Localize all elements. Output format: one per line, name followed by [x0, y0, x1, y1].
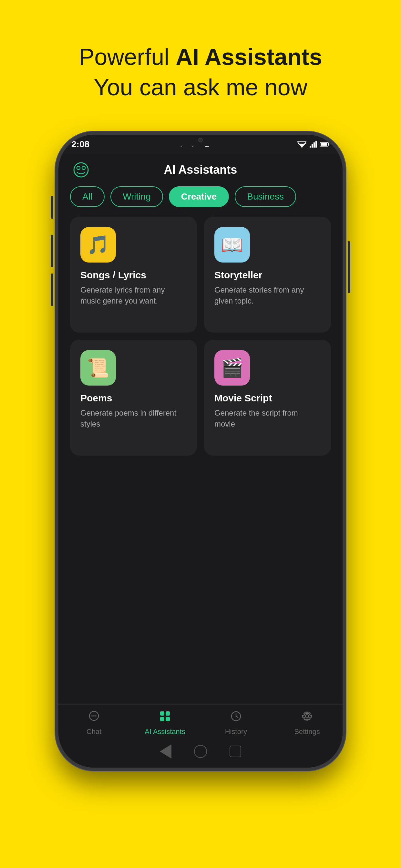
spacer — [58, 465, 343, 704]
logo-svg — [71, 160, 91, 180]
svg-point-3 — [301, 146, 303, 148]
svg-rect-21 — [160, 717, 164, 721]
settings-icon — [301, 710, 313, 725]
filter-creative[interactable]: Creative — [169, 186, 229, 207]
hero-section: Powerful AI Assistants You can ask me no… — [79, 42, 322, 102]
filter-all[interactable]: All — [70, 186, 104, 207]
nav-history[interactable]: History — [201, 710, 272, 736]
svg-rect-4 — [310, 146, 311, 148]
nav-chat[interactable]: Chat — [58, 710, 129, 736]
nav-ai-assistants[interactable]: AI Assistants — [129, 710, 201, 736]
filter-tabs: All Writing Creative Business — [58, 183, 343, 213]
movie-script-desc: Generate the script from movie — [214, 407, 320, 429]
svg-point-16 — [91, 715, 93, 717]
svg-line-25 — [236, 716, 238, 717]
card-storyteller[interactable]: 📖 Storyteller Generate stories from any … — [204, 217, 331, 333]
ai-assistants-icon — [159, 710, 171, 725]
svg-point-17 — [93, 715, 95, 717]
storyteller-icon: 📖 — [214, 227, 250, 262]
battery-icon — [320, 142, 330, 147]
poems-icon: 📜 — [81, 350, 116, 385]
volume-down-button — [51, 274, 53, 306]
nav-chat-label: Chat — [87, 727, 101, 736]
cards-grid: 🎵 Songs / Lyrics Generate lyrics from an… — [58, 213, 343, 465]
phone-notch — [155, 135, 246, 146]
nav-settings[interactable]: Settings — [272, 710, 343, 736]
hero-line1: Powerful AI Assistants — [79, 42, 322, 72]
phone-frame: 2:08 ⚙ 🛡 ℃ — [55, 131, 346, 771]
nav-settings-label: Settings — [294, 727, 320, 736]
songs-lyrics-desc: Generate lyrics from any music genre you… — [81, 284, 187, 306]
filter-business[interactable]: Business — [235, 186, 296, 207]
bottom-nav: Chat AI Assistants — [58, 704, 343, 739]
svg-point-18 — [95, 715, 96, 717]
app-logo — [71, 160, 91, 180]
camera-dot — [198, 138, 203, 143]
chat-icon — [88, 710, 100, 725]
history-icon — [230, 710, 242, 725]
hero-line2: You can ask me now — [79, 72, 322, 103]
home-button[interactable] — [194, 745, 207, 758]
gesture-bar — [58, 739, 343, 768]
svg-rect-10 — [320, 143, 327, 146]
svg-point-12 — [74, 163, 88, 177]
poems-title: Poems — [81, 393, 187, 404]
poems-desc: Generate poems in different styles — [81, 407, 187, 429]
svg-rect-6 — [313, 143, 315, 148]
svg-rect-5 — [312, 144, 313, 148]
svg-rect-7 — [315, 141, 317, 148]
volume-mute-button — [51, 196, 53, 219]
card-movie-script[interactable]: 🎬 Movie Script Generate the script from … — [204, 340, 331, 456]
svg-rect-22 — [166, 717, 170, 721]
app-title: AI Assistants — [164, 163, 237, 177]
back-button[interactable] — [160, 744, 172, 758]
recents-button[interactable] — [229, 746, 241, 757]
movie-script-icon: 🎬 — [214, 350, 250, 385]
card-poems[interactable]: 📜 Poems Generate poems in different styl… — [70, 340, 197, 456]
filter-writing[interactable]: Writing — [111, 186, 163, 207]
nav-ai-assistants-label: AI Assistants — [145, 727, 185, 736]
wifi-icon — [297, 141, 306, 148]
phone-frame-wrapper: 2:08 ⚙ 🛡 ℃ — [55, 131, 346, 771]
signal-icon — [310, 141, 317, 148]
svg-point-14 — [82, 166, 85, 169]
nav-history-label: History — [225, 727, 247, 736]
app-header: AI Assistants — [58, 154, 343, 183]
svg-point-13 — [77, 166, 80, 169]
svg-rect-19 — [160, 711, 164, 716]
phone-content: AI Assistants All Writing Creative Busin… — [58, 154, 343, 768]
volume-up-button — [51, 235, 53, 267]
songs-lyrics-icon: 🎵 — [81, 227, 116, 262]
movie-script-title: Movie Script — [214, 393, 320, 404]
svg-point-26 — [305, 715, 309, 718]
storyteller-title: Storyteller — [214, 270, 320, 281]
svg-rect-9 — [328, 144, 329, 145]
power-button — [348, 241, 350, 293]
card-songs-lyrics[interactable]: 🎵 Songs / Lyrics Generate lyrics from an… — [70, 217, 197, 333]
status-right — [297, 141, 330, 148]
status-time: 2:08 — [71, 139, 89, 150]
storyteller-desc: Generate stories from any given topic. — [214, 284, 320, 306]
songs-lyrics-title: Songs / Lyrics — [81, 270, 187, 281]
svg-rect-20 — [166, 711, 170, 716]
